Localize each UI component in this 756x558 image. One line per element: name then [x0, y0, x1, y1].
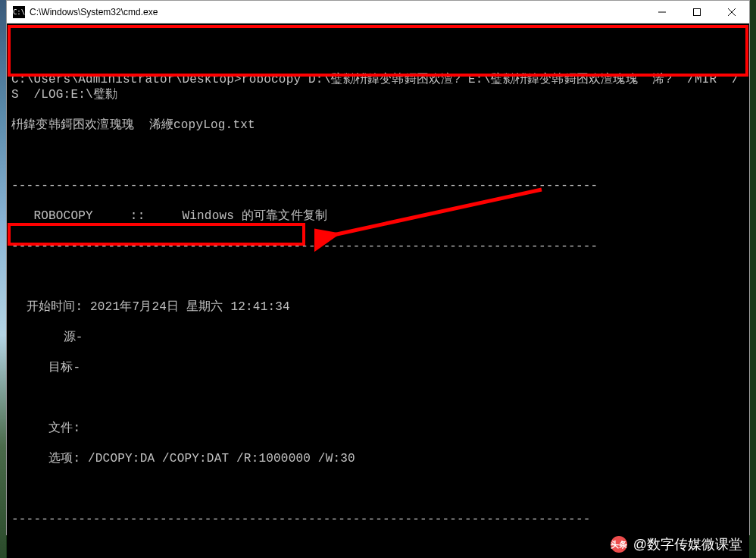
window-title: C:\Windows\System32\cmd.exe	[30, 7, 645, 17]
console-line: 目标-	[11, 360, 745, 375]
console-line	[11, 269, 745, 284]
console-line	[11, 42, 745, 57]
console-line: 文件:	[11, 421, 745, 436]
svg-rect-1	[694, 8, 701, 15]
watermark-logo-icon: 头条	[611, 536, 627, 553]
minimize-button[interactable]	[645, 1, 679, 24]
console-line: 枡鍏变韩鎶囨欢澶瑰瑰 浠緶copyLog.txt	[11, 118, 745, 133]
cmd-icon: C:\	[13, 6, 25, 18]
console-line: 源-	[11, 330, 745, 345]
cmd-window: C:\ C:\Windows\System32\cmd.exe C:\Users…	[6, 0, 750, 535]
console-output[interactable]: C:\Users\Administrator\Desktop>robocopy …	[7, 24, 749, 558]
window-titlebar[interactable]: C:\ C:\Windows\System32\cmd.exe	[7, 1, 749, 24]
console-line: 开始时间: 2021年7月24日 星期六 12:41:34	[11, 299, 745, 315]
console-line: ----------------------------------------…	[11, 512, 745, 527]
watermark: 头条 @数字传媒微课堂	[611, 535, 742, 553]
console-line: ROBOCOPY :: Windows 的可靠文件复制	[11, 208, 745, 224]
desktop-background-strip	[0, 0, 6, 558]
watermark-text: @数字传媒微课堂	[633, 535, 742, 553]
console-line: ----------------------------------------…	[11, 239, 745, 254]
console-line	[11, 148, 745, 163]
console-line	[11, 481, 745, 497]
close-button[interactable]	[714, 1, 749, 24]
console-line: 选项: /DCOPY:DA /COPY:DAT /R:1000000 /W:30	[11, 451, 745, 466]
console-line	[11, 390, 745, 406]
console-line: ----------------------------------------…	[11, 178, 745, 193]
maximize-button[interactable]	[679, 1, 714, 24]
console-line: C:\Users\Administrator\Desktop>robocopy …	[11, 72, 745, 102]
